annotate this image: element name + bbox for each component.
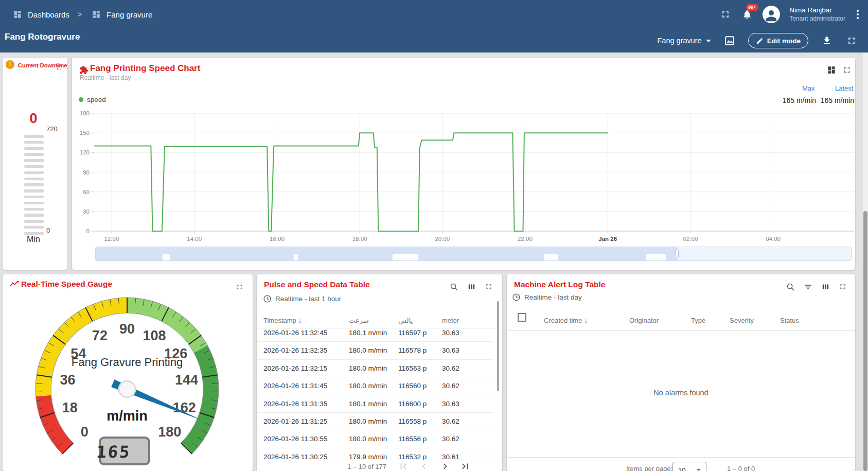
next-page-icon[interactable] (439, 461, 451, 471)
page-scrollbar-thumb[interactable] (863, 211, 867, 471)
dashboard-state-select[interactable]: Fang gravure (657, 37, 711, 45)
fullscreen-icon[interactable] (719, 8, 732, 21)
alert-timewindow[interactable]: Realtime - last day (512, 293, 582, 302)
svg-text:90: 90 (83, 169, 90, 176)
pulse-timewindow-label: Realtime - last 1 hour (275, 295, 341, 303)
alert-search-icon[interactable] (784, 281, 796, 293)
notifications-bell-icon[interactable]: 99+ (741, 8, 753, 21)
prev-page-icon[interactable] (418, 461, 430, 471)
table-cell: 2026-01-26 11:31:45 (263, 377, 327, 395)
page-size-select[interactable]: 10 (672, 462, 706, 471)
alert-page-range: 1 – 0 of 0 (727, 465, 755, 471)
breadcrumb-separator: > (78, 10, 82, 19)
more-menu-icon[interactable] (855, 8, 861, 21)
items-per-page-label: Items per page: (626, 465, 672, 471)
navigator-handle[interactable] (676, 249, 679, 258)
app-header: Dashboards > Fang gravure 99+ Nima Ranjb… (0, 0, 868, 53)
col-type[interactable]: Type (691, 317, 705, 324)
search-icon[interactable] (448, 281, 460, 293)
page-size-caret-icon (697, 469, 701, 471)
pencil-icon (756, 37, 764, 45)
svg-text:Jan 26: Jan 26 (598, 236, 617, 242)
table-cell: 180.0 m/min (349, 430, 387, 448)
toolbar-fullscreen-icon[interactable] (845, 34, 858, 47)
pulse-table-scrollbar[interactable] (497, 301, 499, 391)
col-created-time[interactable]: Created time↓ (544, 317, 588, 324)
navigator-notch (293, 254, 298, 260)
table-cell: 180.1 m/min (349, 324, 387, 342)
downtime-expand-icon[interactable] (53, 61, 65, 74)
alert-fullscreen-icon[interactable] (837, 281, 849, 293)
table-cell: 2026-01-26 11:30:55 (263, 430, 327, 448)
last-page-icon[interactable] (459, 461, 471, 471)
toolbar-actions: Fang gravure Edit mode (657, 29, 858, 53)
table-row[interactable]: 2026-01-26 11:31:25180.0 m/min116558 p30… (257, 413, 493, 430)
svg-text:72: 72 (92, 328, 108, 343)
level-bar (24, 208, 44, 211)
table-cell: 2026-01-26 11:30:25 (263, 448, 327, 460)
navigator-notch (392, 254, 419, 260)
columns-icon[interactable] (465, 281, 477, 293)
level-bar (24, 183, 44, 186)
level-bar (24, 159, 44, 162)
level-bar (24, 202, 44, 205)
table-row[interactable]: 2026-01-26 11:32:35180.0 m/min116578 p30… (257, 342, 493, 359)
pulse-timewindow[interactable]: Realtime - last 1 hour (263, 294, 341, 303)
level-bar (24, 153, 44, 156)
level-bar (24, 171, 44, 175)
pulse-page-range: 1 – 10 of 177 (347, 463, 386, 470)
alert-table-widget: Machine Alert Log Table Realtime - last … (507, 274, 855, 471)
table-row[interactable]: 2026-01-26 11:30:55180.0 m/min116556 p30… (257, 430, 493, 448)
table-row[interactable]: 2026-01-26 11:31:45180.0 m/min116560 p30… (257, 377, 493, 395)
avatar[interactable] (763, 6, 780, 23)
col-originator[interactable]: Originator (629, 317, 659, 324)
level-bar (24, 178, 44, 181)
dashboard-toolbar: Fang Rotogravure Fang gravure Edit mode (0, 29, 868, 53)
pulse-fullscreen-icon[interactable] (483, 281, 495, 293)
radial-gauge: 01836547290108126144162180Fang Gravure P… (3, 274, 253, 471)
svg-text:108: 108 (143, 328, 166, 343)
svg-text:30: 30 (83, 208, 90, 215)
first-page-icon[interactable] (398, 461, 409, 471)
col-speed[interactable]: سرعت (349, 317, 369, 324)
level-bar (24, 214, 44, 217)
user-info: Nima Ranjbar Tenant administrator (789, 6, 845, 23)
dashboard-state-label: Fang gravure (657, 37, 701, 45)
speed-chart-widget: Fang Printing Speed Chart Realtime - las… (72, 58, 855, 270)
level-bar (24, 165, 44, 168)
warning-icon: ! (6, 60, 14, 69)
table-row[interactable]: 2026-01-26 11:31:35180.1 m/min116600 p30… (257, 395, 493, 413)
image-gallery-icon[interactable] (723, 34, 736, 47)
navigator-selection[interactable] (96, 247, 677, 260)
breadcrumb: Dashboards > Fang gravure (11, 8, 152, 21)
col-severity[interactable]: Severity (730, 317, 754, 324)
download-icon[interactable] (821, 34, 833, 47)
downtime-value: 0 (3, 111, 64, 127)
svg-text:60: 60 (83, 189, 90, 195)
table-cell: 116600 p (398, 395, 427, 413)
table-row[interactable]: 2026-01-26 11:32:45180.1 m/min116597 p30… (257, 324, 493, 342)
filter-icon[interactable] (802, 281, 814, 293)
table-cell: 116558 p (398, 413, 427, 430)
table-cell: 116578 p (398, 342, 427, 359)
table-row[interactable]: 2026-01-26 11:32:15180.0 m/min116563 p30… (257, 360, 493, 377)
table-row[interactable]: 2026-01-26 11:30:25179.9 m/min116532 p30… (257, 448, 493, 460)
table-cell: 116532 p (398, 448, 427, 460)
col-timestamp[interactable]: Timestamp↓ (263, 317, 302, 324)
notification-badge: 99+ (746, 4, 758, 11)
table-cell: 30.63 (442, 324, 459, 342)
select-all-checkbox[interactable] (518, 313, 526, 322)
alert-columns-icon[interactable] (819, 281, 831, 293)
col-meter[interactable]: meter (442, 317, 459, 324)
navbar-actions: 99+ Nima Ranjbar Tenant administrator (719, 0, 861, 29)
pulse-speed-table-widget: Pulse and Speed Data Table Realtime - la… (257, 274, 502, 471)
chart-time-navigator[interactable] (95, 247, 852, 261)
breadcrumb-dashboards[interactable]: Dashboards (28, 10, 69, 19)
col-status[interactable]: Status (780, 317, 799, 324)
gauge-fullscreen-icon[interactable] (233, 281, 245, 293)
col-pulse[interactable]: پالس (398, 317, 413, 324)
alert-clock-icon (512, 293, 521, 302)
page-scrollbar[interactable] (863, 53, 868, 471)
level-bar (24, 147, 44, 150)
edit-mode-button[interactable]: Edit mode (748, 33, 808, 48)
